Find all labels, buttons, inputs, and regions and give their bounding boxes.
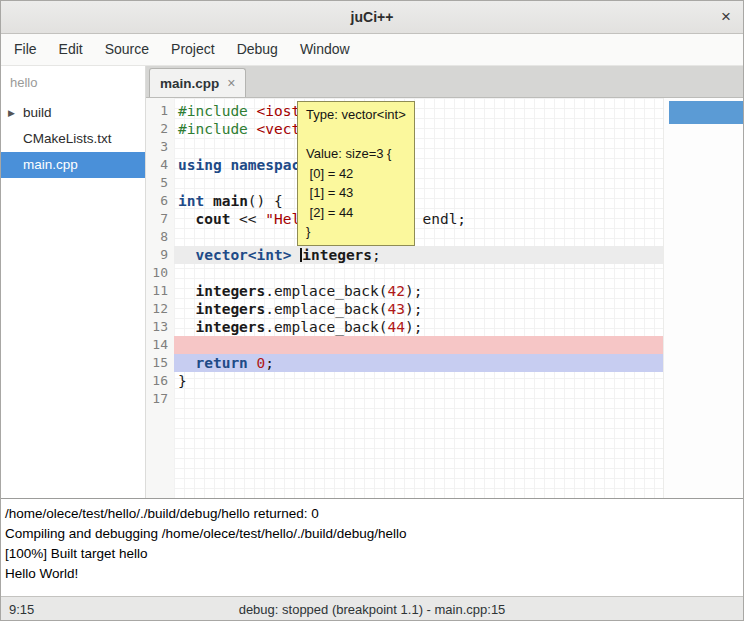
code-token: ); (405, 301, 422, 317)
line-number: 10 (146, 264, 174, 282)
code-token: integers (302, 247, 372, 263)
expander-icon[interactable]: ▶ (8, 100, 15, 126)
line-number: 7 (146, 210, 174, 228)
scrollbar-indicator[interactable] (669, 101, 743, 124)
code-line-13[interactable]: integers.emplace_back(44); (174, 318, 663, 336)
code-token (178, 301, 195, 317)
code-token (248, 103, 257, 119)
terminal-output[interactable]: /home/olece/test/hello/./build/debug/hel… (1, 498, 743, 596)
code-line-4[interactable]: using namespace std; (174, 156, 663, 174)
code-token: #include (178, 121, 248, 137)
line-number: 16 (146, 372, 174, 390)
code-token (292, 247, 301, 263)
line-number: 4 (146, 156, 174, 174)
window-title: juCi++ (351, 9, 394, 25)
sidebar-item-cmakelists-txt[interactable]: CMakeLists.txt (1, 126, 145, 152)
menu-item-project[interactable]: Project (160, 34, 226, 65)
line-number: 8 (146, 228, 174, 246)
tree-item-label: build (23, 105, 52, 120)
menu-item-edit[interactable]: Edit (48, 34, 94, 65)
code-token: integers (195, 319, 265, 335)
code-line-14[interactable] (174, 336, 663, 354)
line-number: 6 (146, 192, 174, 210)
editor-column: main.cpp× 1234567891011121314151617 #inc… (146, 66, 743, 498)
menu-item-source[interactable]: Source (94, 34, 160, 65)
close-icon[interactable]: × (721, 7, 731, 27)
line-number: 13 (146, 318, 174, 336)
line-number: 5 (146, 174, 174, 192)
editor: 1234567891011121314151617 #include <iost… (146, 98, 743, 498)
code-line-1[interactable]: #include <iostream> (174, 102, 663, 120)
code-token (178, 247, 195, 263)
debug-value-tooltip: Type: vector<int>Value: size=3 { [0] = 4… (297, 101, 415, 246)
tooltip-line: } (306, 222, 406, 242)
terminal-line: /home/olece/test/hello/./build/debug/hel… (5, 504, 739, 524)
tab-main-cpp[interactable]: main.cpp× (149, 68, 246, 97)
code-token: } (178, 373, 187, 389)
code-token: .emplace_back( (265, 283, 387, 299)
menu-bar: FileEditSourceProjectDebugWindow (1, 34, 743, 66)
code-token (248, 355, 257, 371)
code-token: ); (405, 319, 422, 335)
sidebar-item-main-cpp[interactable]: main.cpp (1, 152, 145, 178)
tab-close-icon[interactable]: × (227, 75, 235, 91)
content-row: hello ▶buildCMakeLists.txtmain.cpp main.… (1, 66, 743, 498)
code-token: 43 (388, 301, 405, 317)
line-number: 15 (146, 354, 174, 372)
line-number-gutter: 1234567891011121314151617 (146, 98, 174, 498)
code-line-15[interactable]: return 0; (174, 354, 663, 372)
code-token: vector<int> (195, 247, 291, 263)
tooltip-line (306, 125, 406, 145)
code-line-7[interactable]: cout << "Hello World!" << endl; (174, 210, 663, 228)
code-token: integers (195, 301, 265, 317)
line-number: 11 (146, 282, 174, 300)
cursor-position: 9:15 (1, 602, 34, 617)
line-number: 1 (146, 102, 174, 120)
code-token: ; (265, 355, 274, 371)
tree-item-label: CMakeLists.txt (23, 131, 112, 146)
tab-label: main.cpp (160, 76, 219, 91)
code-token: ; (372, 247, 381, 263)
code-token: #include (178, 103, 248, 119)
code-token: .emplace_back( (265, 301, 387, 317)
code-line-3[interactable] (174, 138, 663, 156)
code-token: << (230, 211, 265, 227)
terminal-line: Compiling and debugging /home/olece/test… (5, 524, 739, 544)
terminal-line: [100%] Built target hello (5, 544, 739, 564)
code-area[interactable]: #include <iostream>#include <vector>usin… (174, 98, 664, 498)
file-tree: ▶buildCMakeLists.txtmain.cpp (1, 100, 145, 178)
code-line-10[interactable] (174, 264, 663, 282)
menu-item-file[interactable]: File (3, 34, 48, 65)
line-number: 3 (146, 138, 174, 156)
code-token: 44 (388, 319, 405, 335)
code-token: ); (405, 283, 422, 299)
menu-item-window[interactable]: Window (289, 34, 361, 65)
code-line-12[interactable]: integers.emplace_back(43); (174, 300, 663, 318)
code-token (178, 211, 195, 227)
code-line-8[interactable] (174, 228, 663, 246)
code-line-11[interactable]: integers.emplace_back(42); (174, 282, 663, 300)
tab-bar: main.cpp× (146, 66, 743, 98)
tooltip-line: [1] = 43 (306, 183, 406, 203)
code-token (178, 283, 195, 299)
code-token: .emplace_back( (265, 319, 387, 335)
code-line-17[interactable] (174, 390, 663, 408)
code-token: cout (195, 211, 230, 227)
tree-item-label: main.cpp (23, 157, 78, 172)
tooltip-line: [0] = 42 (306, 164, 406, 184)
title-bar: juCi++ × (1, 1, 743, 34)
code-token: main (213, 193, 248, 209)
sidebar-item-build[interactable]: ▶build (1, 100, 145, 126)
code-line-9[interactable]: vector<int> integers; (174, 246, 663, 264)
code-token: using (178, 157, 222, 173)
code-line-5[interactable] (174, 174, 663, 192)
code-line-16[interactable]: } (174, 372, 663, 390)
tooltip-line: Value: size=3 { (306, 144, 406, 164)
terminal-line: Hello World! (5, 564, 739, 584)
menu-item-debug[interactable]: Debug (226, 34, 289, 65)
line-number: 12 (146, 300, 174, 318)
app-window: juCi++ × FileEditSourceProjectDebugWindo… (0, 0, 744, 621)
code-line-2[interactable]: #include <vector> (174, 120, 663, 138)
code-line-6[interactable]: int main() { (174, 192, 663, 210)
code-token (248, 121, 257, 137)
